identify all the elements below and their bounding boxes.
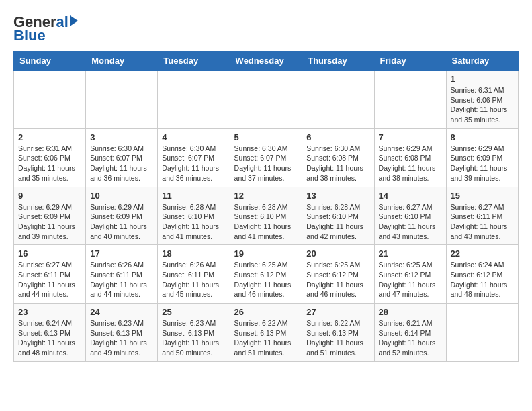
day-info: Sunrise: 6:29 AM Sunset: 6:09 PM Dayligh… bbox=[18, 202, 81, 242]
day-number: 20 bbox=[306, 248, 369, 259]
calendar-week-5: 23Sunrise: 6:24 AM Sunset: 6:13 PM Dayli… bbox=[14, 304, 519, 362]
calendar-week-1: 1Sunrise: 6:31 AM Sunset: 6:06 PM Daylig… bbox=[14, 71, 519, 129]
day-number: 13 bbox=[306, 191, 369, 201]
calendar-cell: 6Sunrise: 6:30 AM Sunset: 6:08 PM Daylig… bbox=[302, 128, 374, 187]
calendar-cell: 20Sunrise: 6:25 AM Sunset: 6:12 PM Dayli… bbox=[302, 245, 374, 304]
calendar-cell: 24Sunrise: 6:23 AM Sunset: 6:13 PM Dayli… bbox=[86, 304, 158, 362]
day-number: 11 bbox=[162, 191, 225, 201]
day-number: 26 bbox=[234, 307, 298, 317]
calendar-cell: 19Sunrise: 6:25 AM Sunset: 6:12 PM Dayli… bbox=[230, 245, 302, 304]
day-header-sunday: Sunday bbox=[14, 52, 86, 71]
day-number: 4 bbox=[162, 132, 225, 142]
calendar-week-4: 16Sunrise: 6:27 AM Sunset: 6:11 PM Dayli… bbox=[14, 245, 519, 304]
calendar-cell bbox=[302, 71, 374, 129]
day-info: Sunrise: 6:25 AM Sunset: 6:12 PM Dayligh… bbox=[379, 260, 442, 300]
day-info: Sunrise: 6:27 AM Sunset: 6:11 PM Dayligh… bbox=[451, 202, 514, 242]
calendar-cell: 26Sunrise: 6:22 AM Sunset: 6:13 PM Dayli… bbox=[230, 304, 302, 362]
calendar-cell bbox=[230, 71, 302, 129]
calendar-cell: 8Sunrise: 6:29 AM Sunset: 6:09 PM Daylig… bbox=[446, 128, 518, 187]
day-number: 22 bbox=[451, 248, 514, 259]
day-number: 5 bbox=[234, 132, 298, 142]
day-info: Sunrise: 6:27 AM Sunset: 6:10 PM Dayligh… bbox=[379, 202, 442, 242]
calendar-cell: 2Sunrise: 6:31 AM Sunset: 6:06 PM Daylig… bbox=[14, 128, 86, 187]
calendar-cell: 14Sunrise: 6:27 AM Sunset: 6:10 PM Dayli… bbox=[374, 187, 446, 245]
day-info: Sunrise: 6:23 AM Sunset: 6:13 PM Dayligh… bbox=[162, 318, 225, 358]
day-info: Sunrise: 6:31 AM Sunset: 6:06 PM Dayligh… bbox=[18, 144, 81, 183]
day-info: Sunrise: 6:22 AM Sunset: 6:13 PM Dayligh… bbox=[306, 318, 369, 358]
day-number: 9 bbox=[18, 191, 81, 201]
day-number: 25 bbox=[162, 307, 225, 317]
calendar-cell: 3Sunrise: 6:30 AM Sunset: 6:07 PM Daylig… bbox=[86, 128, 158, 187]
logo-blue-text: Blue bbox=[13, 27, 46, 44]
calendar-cell: 27Sunrise: 6:22 AM Sunset: 6:13 PM Dayli… bbox=[302, 304, 374, 362]
day-number: 12 bbox=[234, 191, 298, 201]
day-info: Sunrise: 6:25 AM Sunset: 6:12 PM Dayligh… bbox=[306, 260, 369, 300]
logo-icon bbox=[70, 15, 78, 26]
day-info: Sunrise: 6:29 AM Sunset: 6:08 PM Dayligh… bbox=[379, 144, 442, 183]
calendar-cell bbox=[446, 304, 518, 362]
calendar-cell: 18Sunrise: 6:26 AM Sunset: 6:11 PM Dayli… bbox=[158, 245, 230, 304]
calendar-cell: 1Sunrise: 6:31 AM Sunset: 6:06 PM Daylig… bbox=[446, 71, 518, 129]
calendar-cell: 25Sunrise: 6:23 AM Sunset: 6:13 PM Dayli… bbox=[158, 304, 230, 362]
calendar-cell: 7Sunrise: 6:29 AM Sunset: 6:08 PM Daylig… bbox=[374, 128, 446, 187]
day-info: Sunrise: 6:29 AM Sunset: 6:09 PM Dayligh… bbox=[90, 202, 153, 242]
day-info: Sunrise: 6:22 AM Sunset: 6:13 PM Dayligh… bbox=[234, 318, 298, 358]
calendar-week-2: 2Sunrise: 6:31 AM Sunset: 6:06 PM Daylig… bbox=[14, 128, 519, 187]
day-header-monday: Monday bbox=[86, 52, 158, 71]
day-header-friday: Friday bbox=[374, 52, 446, 71]
day-info: Sunrise: 6:24 AM Sunset: 6:13 PM Dayligh… bbox=[18, 318, 81, 358]
calendar-cell: 9Sunrise: 6:29 AM Sunset: 6:09 PM Daylig… bbox=[14, 187, 86, 245]
page-header: General Blue bbox=[13, 13, 519, 44]
logo: General Blue bbox=[13, 13, 78, 44]
day-number: 17 bbox=[90, 248, 153, 259]
calendar-cell: 16Sunrise: 6:27 AM Sunset: 6:11 PM Dayli… bbox=[14, 245, 86, 304]
calendar-cell bbox=[86, 71, 158, 129]
day-info: Sunrise: 6:30 AM Sunset: 6:07 PM Dayligh… bbox=[162, 144, 225, 183]
day-number: 1 bbox=[451, 74, 514, 84]
day-info: Sunrise: 6:29 AM Sunset: 6:09 PM Dayligh… bbox=[451, 144, 514, 183]
day-number: 7 bbox=[379, 132, 442, 142]
calendar-cell: 22Sunrise: 6:24 AM Sunset: 6:12 PM Dayli… bbox=[446, 245, 518, 304]
calendar-cell: 11Sunrise: 6:28 AM Sunset: 6:10 PM Dayli… bbox=[158, 187, 230, 245]
calendar-table: SundayMondayTuesdayWednesdayThursdayFrid… bbox=[13, 51, 519, 362]
calendar-cell bbox=[14, 71, 86, 129]
day-header-thursday: Thursday bbox=[302, 52, 374, 71]
day-info: Sunrise: 6:27 AM Sunset: 6:11 PM Dayligh… bbox=[18, 260, 81, 300]
day-info: Sunrise: 6:23 AM Sunset: 6:13 PM Dayligh… bbox=[90, 318, 153, 358]
calendar-cell: 21Sunrise: 6:25 AM Sunset: 6:12 PM Dayli… bbox=[374, 245, 446, 304]
day-number: 24 bbox=[90, 307, 153, 317]
day-header-tuesday: Tuesday bbox=[158, 52, 230, 71]
day-info: Sunrise: 6:21 AM Sunset: 6:14 PM Dayligh… bbox=[379, 318, 442, 358]
day-number: 8 bbox=[451, 132, 514, 142]
calendar-cell: 10Sunrise: 6:29 AM Sunset: 6:09 PM Dayli… bbox=[86, 187, 158, 245]
calendar-cell: 15Sunrise: 6:27 AM Sunset: 6:11 PM Dayli… bbox=[446, 187, 518, 245]
calendar-cell bbox=[374, 71, 446, 129]
calendar-cell: 23Sunrise: 6:24 AM Sunset: 6:13 PM Dayli… bbox=[14, 304, 86, 362]
day-number: 3 bbox=[90, 132, 153, 142]
day-info: Sunrise: 6:30 AM Sunset: 6:08 PM Dayligh… bbox=[306, 144, 369, 183]
day-header-saturday: Saturday bbox=[446, 52, 518, 71]
day-info: Sunrise: 6:26 AM Sunset: 6:11 PM Dayligh… bbox=[162, 260, 225, 300]
calendar-cell: 13Sunrise: 6:28 AM Sunset: 6:10 PM Dayli… bbox=[302, 187, 374, 245]
day-header-wednesday: Wednesday bbox=[230, 52, 302, 71]
day-info: Sunrise: 6:26 AM Sunset: 6:11 PM Dayligh… bbox=[90, 260, 153, 300]
day-info: Sunrise: 6:30 AM Sunset: 6:07 PM Dayligh… bbox=[234, 144, 298, 183]
day-number: 16 bbox=[18, 248, 81, 259]
day-number: 21 bbox=[379, 248, 442, 259]
day-number: 14 bbox=[379, 191, 442, 201]
day-info: Sunrise: 6:31 AM Sunset: 6:06 PM Dayligh… bbox=[451, 85, 514, 125]
day-number: 6 bbox=[306, 132, 369, 142]
day-number: 23 bbox=[18, 307, 81, 317]
day-number: 18 bbox=[162, 248, 225, 259]
day-number: 10 bbox=[90, 191, 153, 201]
day-number: 2 bbox=[18, 132, 81, 142]
day-number: 15 bbox=[451, 191, 514, 201]
calendar-cell bbox=[158, 71, 230, 129]
day-info: Sunrise: 6:25 AM Sunset: 6:12 PM Dayligh… bbox=[234, 260, 298, 300]
day-number: 27 bbox=[306, 307, 369, 317]
calendar-cell: 4Sunrise: 6:30 AM Sunset: 6:07 PM Daylig… bbox=[158, 128, 230, 187]
day-info: Sunrise: 6:30 AM Sunset: 6:07 PM Dayligh… bbox=[90, 144, 153, 183]
calendar-week-3: 9Sunrise: 6:29 AM Sunset: 6:09 PM Daylig… bbox=[14, 187, 519, 245]
day-number: 28 bbox=[379, 307, 442, 317]
calendar-cell: 5Sunrise: 6:30 AM Sunset: 6:07 PM Daylig… bbox=[230, 128, 302, 187]
